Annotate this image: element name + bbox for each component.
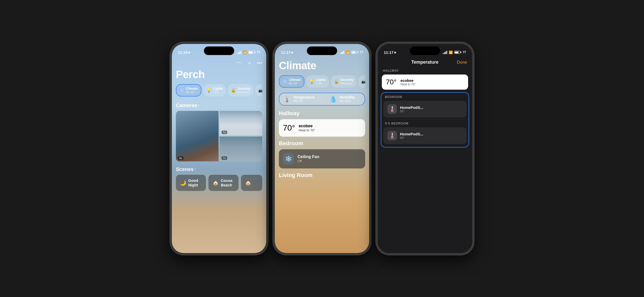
- location-arrow-icon-3: ▶: [394, 51, 396, 54]
- status-time-2: 11:17 ▶: [281, 50, 293, 55]
- battery-percent: 77: [257, 51, 260, 54]
- camera-bottom-right[interactable]: 7s: [220, 137, 262, 161]
- cameras-chevron-icon[interactable]: ›: [198, 103, 200, 108]
- phone-perch: 11:15 ▶ 📶 77: [170, 42, 268, 255]
- hallway-ecobee-sub: Heat to 70°: [400, 83, 416, 86]
- climate-tab-camera[interactable]: 📷 8: [358, 75, 365, 88]
- climate-tab-security[interactable]: 🔒 Security Disarmed: [331, 75, 356, 88]
- cameras-section-header: Cameras ›: [176, 103, 262, 108]
- signal-bars-icon-3: [443, 51, 447, 54]
- scene-cocoa-beach[interactable]: 🏠 CocoaBeach: [208, 175, 238, 191]
- camera-main[interactable]: 8s: [176, 111, 219, 161]
- bedroom-homepod-name: HomePodS...: [400, 105, 423, 110]
- hallway-section: HALLWAY 70° ecobee Heat to 70°: [378, 69, 472, 90]
- battery-icon-3: [454, 51, 461, 54]
- climate-icon: ❄️: [179, 88, 184, 93]
- phone2-content: Climate ❄️ Climate 68–70° 💡 Lights 1 On: [275, 58, 369, 253]
- scene-good-night[interactable]: 🌙 Good Night: [176, 175, 206, 191]
- hallway-title: Hallway: [279, 110, 365, 117]
- battery-percent-3: 77: [463, 51, 466, 54]
- signal-bars-icon: [237, 51, 241, 54]
- bedroom-section-label: BEDROOM: [381, 95, 469, 101]
- ecobee-sub: Heat to 70°: [299, 128, 315, 132]
- ceiling-fan-icon: ❄️: [285, 156, 292, 162]
- tabs-row: ❄️ Climate 68–70° 💡 Lights 1 On 🔒: [176, 84, 262, 97]
- temp-humidity-selector[interactable]: 🌡️ Temperature 68–70° 💧 Humidity 29–33%: [279, 93, 365, 106]
- bedroom-homepod-card[interactable]: 🌡️ HomePodS... 68°: [383, 101, 467, 117]
- living-room-title: Living Room: [279, 172, 365, 179]
- ss-bedroom-homepod-card[interactable]: 🌡️ HomePodS... 68°: [383, 127, 467, 144]
- humidity-selector[interactable]: 💧 Humidity 29–33%: [329, 95, 355, 103]
- status-time: 11:15 ▶: [178, 50, 191, 55]
- hallway-ecobee-card[interactable]: 70° ecobee Heat to 70°: [382, 75, 468, 90]
- tab-lights[interactable]: 💡 Lights 1 On: [203, 84, 226, 96]
- camera-timestamp-main: 8s: [178, 156, 183, 160]
- dynamic-island-3: [410, 46, 440, 55]
- waveform-icon[interactable]: 〰: [237, 60, 242, 66]
- scenes-chevron-icon[interactable]: ›: [195, 167, 196, 171]
- tab-climate[interactable]: ❄️ Climate 68–70°: [176, 84, 201, 96]
- tab-camera[interactable]: 📷 6: [255, 84, 262, 96]
- battery-percent-2: 77: [360, 51, 363, 54]
- page-title: Perch: [176, 68, 262, 81]
- bedroom-title: Bedroom: [279, 140, 365, 147]
- climate-tab-climate[interactable]: ❄️ Climate 68–70°: [279, 75, 304, 88]
- climate-tab-icon: ❄️: [282, 79, 287, 84]
- cocoa-beach-icon: 🏠: [212, 180, 219, 186]
- security-tab-icon: 🔒: [334, 79, 339, 84]
- phone1-content: 〰 ＋ ••• Perch ❄️ Climate 68–70° 💡 Ligh: [172, 58, 266, 253]
- phone-temperature: 11:17 ▶ 📶 77: [376, 42, 474, 255]
- status-icons-2: 📶 77: [340, 51, 363, 54]
- bedroom-group-highlighted: BEDROOM 🌡️ HomePodS... 68° S'S BEDROOM 🌡…: [381, 92, 469, 147]
- temperature-title: Temperature: [393, 60, 457, 65]
- camera-top-right[interactable]: 7s: [220, 111, 262, 136]
- phone-climate: 11:17 ▶ 📶 77 Climate: [273, 42, 371, 255]
- ss-bedroom-icon-bg: 🌡️: [387, 131, 397, 140]
- climate-tab-lights[interactable]: 💡 Lights 1 On: [306, 75, 329, 88]
- good-night-icon: 🌙: [180, 180, 186, 186]
- add-icon[interactable]: ＋: [247, 60, 252, 66]
- bedroom-homepod-icon-bg: 🌡️: [387, 104, 397, 114]
- ss-bedroom-homepod-name: HomePodS...: [400, 132, 423, 136]
- tab-security[interactable]: 🔒 Security Disarmed: [228, 84, 253, 96]
- th-divider: [322, 95, 322, 103]
- status-icons-3: 📶 77: [443, 51, 466, 54]
- ss-bedroom-section-label: S'S BEDROOM: [381, 122, 469, 127]
- signal-bars-icon-2: [340, 51, 344, 54]
- camera-timestamp-top: 7s: [222, 131, 227, 134]
- done-button[interactable]: Done: [457, 60, 467, 65]
- hallway-section-label: HALLWAY: [378, 69, 472, 75]
- ceiling-fan-name: Ceiling Fan: [298, 155, 319, 159]
- wifi-icon-2: 📶: [346, 51, 350, 54]
- ceiling-fan-icon-bg: ❄️: [283, 153, 294, 164]
- dynamic-island-2: [307, 46, 337, 55]
- temperature-selector[interactable]: 🌡️ Temperature 68–70°: [283, 95, 315, 103]
- battery-icon: [248, 51, 255, 54]
- bedroom-homepod-sub: 68°: [400, 110, 423, 113]
- phone3-content: Temperature Done HALLWAY 70° ecobee Heat…: [378, 58, 472, 253]
- wifi-icon-3: 📶: [449, 51, 453, 54]
- ss-bedroom-homepod-sub: 68°: [400, 136, 423, 140]
- wifi-icon: 📶: [243, 51, 247, 54]
- battery-icon-2: [351, 51, 358, 54]
- ecobee-hallway-card[interactable]: 70° ecobee Heat to 70°: [279, 119, 365, 137]
- thermometer-icon: 🌡️: [283, 95, 291, 103]
- toolbar: 〰 ＋ •••: [176, 58, 262, 67]
- security-icon: 🔒: [231, 88, 236, 93]
- status-time-3: 11:17 ▶: [384, 50, 396, 55]
- extra-scene-icon: 🏠: [245, 180, 251, 186]
- camera-tab-icon: 📷: [258, 88, 262, 93]
- scene-extra[interactable]: 🏠: [241, 175, 262, 191]
- section-divider: [385, 119, 465, 120]
- hallway-ecobee-name: ecobee: [400, 78, 416, 83]
- ceiling-fan-card[interactable]: ❄️ Ceiling Fan Off: [279, 149, 365, 168]
- location-arrow-icon-2: ▶: [291, 51, 293, 54]
- thermometer-icon-ss: 🌡️: [389, 133, 395, 139]
- cameras-grid: 8s 7s 7s: [176, 111, 262, 161]
- more-icon[interactable]: •••: [257, 60, 262, 66]
- hallway-temp-val: 70°: [386, 78, 397, 86]
- camera-timestamp-bottom: 7s: [222, 156, 227, 160]
- climate-tabs-row: ❄️ Climate 68–70° 💡 Lights 1 On 🔒: [279, 75, 365, 89]
- scenes-section: Scenes › 🌙 Good Night 🏠 CocoaBeach 🏠: [176, 166, 262, 191]
- humidity-icon: 💧: [329, 95, 337, 103]
